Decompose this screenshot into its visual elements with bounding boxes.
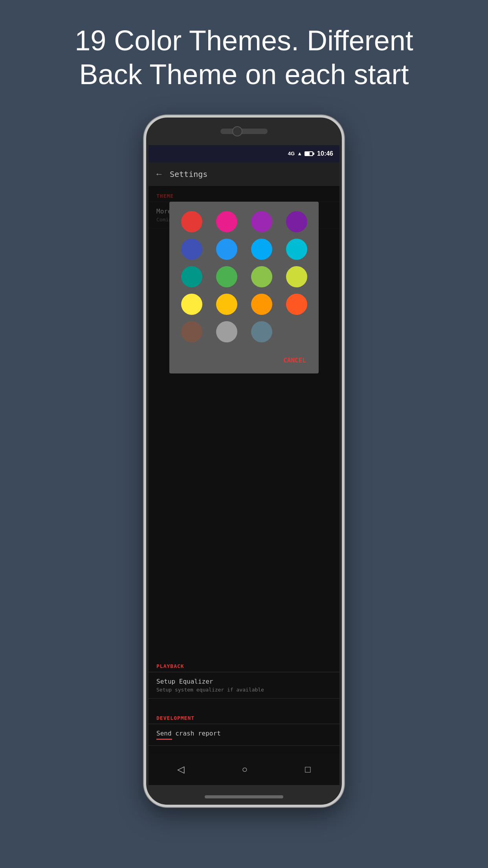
color-dot-light-blue[interactable] [251, 239, 272, 260]
settings-content: THEME More Themes Coming soon... CANCEL [149, 186, 339, 785]
color-picker-dialog: CANCEL [169, 202, 319, 373]
color-dot-teal[interactable] [181, 266, 202, 287]
playback-section: PLAYBACK Setup Equalizer Setup system eq… [149, 656, 339, 699]
headline-line1: 19 Color Themes. Different [75, 25, 413, 56]
back-button[interactable]: ← [155, 169, 163, 179]
nav-home-icon[interactable]: ○ [242, 764, 248, 775]
color-dot-amber[interactable] [216, 294, 237, 315]
signal-indicator: 4G [288, 151, 295, 156]
equalizer-sub: Setup system equalizer if available [156, 687, 332, 693]
phone-camera [232, 126, 242, 136]
color-dot-orange[interactable] [251, 294, 272, 315]
color-dot-brown[interactable] [181, 321, 202, 342]
settings-title: Settings [170, 169, 207, 179]
color-dot-purple-medium[interactable] [251, 211, 272, 232]
dev-section-header: DEVELOPMENT [149, 708, 339, 724]
phone-speaker [220, 129, 268, 134]
color-dot-yellow[interactable] [181, 294, 202, 315]
nav-recent-icon[interactable]: □ [305, 764, 311, 775]
red-accent-line [156, 739, 172, 740]
dev-label: DEVELOPMENT [156, 715, 194, 721]
color-dot-pink[interactable] [216, 211, 237, 232]
color-dot-green[interactable] [216, 266, 237, 287]
playback-label: PLAYBACK [156, 663, 184, 669]
playback-section-header: PLAYBACK [149, 656, 339, 672]
app-bar: ← Settings [149, 162, 339, 186]
equalizer-title: Setup Equalizer [156, 678, 332, 685]
status-bar: 4G ▲ 10:46 [149, 145, 339, 162]
equalizer-item[interactable]: Setup Equalizer Setup system equalizer i… [149, 672, 339, 699]
color-dot-cyan[interactable] [286, 239, 307, 260]
battery-icon [305, 151, 313, 156]
cancel-button[interactable]: CANCEL [279, 353, 311, 367]
signal-bars: ▲ [297, 151, 302, 156]
color-dot-indigo[interactable] [181, 239, 202, 260]
color-dot-blue[interactable] [216, 239, 237, 260]
color-dot-purple-dark[interactable] [286, 211, 307, 232]
crash-report-item[interactable]: Send crash report [149, 724, 339, 746]
dialog-actions: CANCEL [177, 350, 311, 367]
phone-side-button [342, 235, 344, 267]
headline-line2: Back Theme on each start [79, 59, 409, 90]
development-section: DEVELOPMENT Send crash report [149, 708, 339, 746]
phone-home-bar [205, 795, 283, 798]
nav-bar: ◁ ○ □ [149, 754, 339, 785]
crash-report-title: Send crash report [156, 730, 332, 737]
color-dot-deep-orange[interactable] [286, 294, 307, 315]
phone-container: 4G ▲ 10:46 ← Settings THEME [0, 115, 488, 807]
phone-frame: 4G ▲ 10:46 ← Settings THEME [144, 115, 344, 807]
headline: 19 Color Themes. Different Back Theme on… [0, 0, 488, 107]
color-dot-grey[interactable] [216, 321, 237, 342]
status-time: 10:46 [317, 150, 333, 157]
phone-screen: 4G ▲ 10:46 ← Settings THEME [149, 145, 339, 785]
color-grid [177, 211, 311, 342]
nav-back-icon[interactable]: ◁ [177, 764, 184, 775]
color-dot-blue-grey[interactable] [251, 321, 272, 342]
color-dot-lime[interactable] [286, 266, 307, 287]
color-dot-light-green[interactable] [251, 266, 272, 287]
color-dot-red[interactable] [181, 211, 202, 232]
